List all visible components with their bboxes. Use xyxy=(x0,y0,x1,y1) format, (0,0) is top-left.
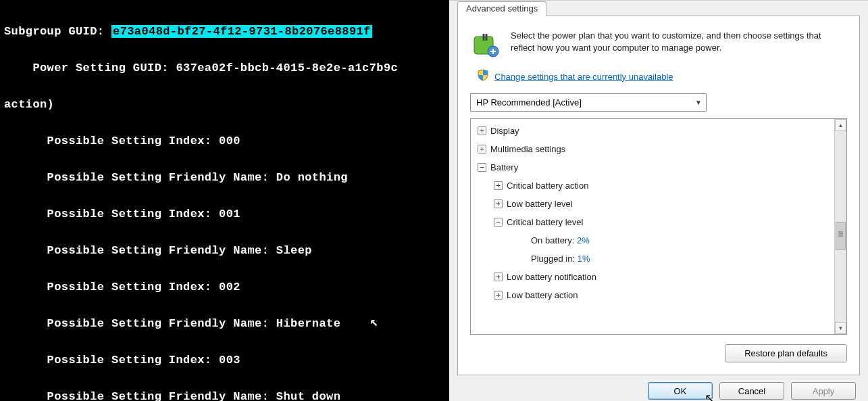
console-line: Possible Setting Friendly Name: Do nothi… xyxy=(4,172,445,184)
tree-item-plugged-in[interactable]: Plugged in: 1% xyxy=(474,250,832,268)
console-line: Possible Setting Index: 002 xyxy=(4,281,445,293)
tree-label: Critical battery action xyxy=(507,176,588,195)
expand-icon[interactable]: + xyxy=(478,126,486,135)
console-line: action) xyxy=(4,99,445,111)
expand-icon[interactable]: + xyxy=(494,291,503,300)
expand-icon[interactable]: + xyxy=(494,199,503,208)
collapse-icon[interactable]: − xyxy=(494,218,503,227)
command-prompt: Subgroup GUID: e73a048d-bf27-4f12-9731-8… xyxy=(0,0,449,401)
expand-icon[interactable]: + xyxy=(478,145,486,154)
chevron-down-icon: ▼ xyxy=(695,99,702,106)
subgroup-guid-highlight: e73a048d-bf27-4f12-9731-8b2076e8891f xyxy=(111,25,372,38)
console-line: Possible Setting Index: 000 xyxy=(4,135,445,147)
scrollbar-thumb[interactable] xyxy=(836,222,846,250)
collapse-icon[interactable]: − xyxy=(478,163,486,172)
expand-icon[interactable]: + xyxy=(494,273,503,281)
tree-label: Battery xyxy=(490,158,518,176)
plugged-in-label: Plugged in: xyxy=(531,254,578,264)
tab-body: Select the power plan that you want to c… xyxy=(457,16,860,375)
tree-item-low-level[interactable]: + Low battery level xyxy=(474,195,832,213)
tree-label: Display xyxy=(490,122,519,140)
console-line: Power Setting GUID: 637ea02f-bbcb-4015-8… xyxy=(4,62,445,74)
uac-shield-icon xyxy=(477,69,489,84)
tree-label: Multimedia settings xyxy=(490,140,565,158)
console-line: Possible Setting Index: 003 xyxy=(4,354,445,367)
scrollbar-track[interactable] xyxy=(835,131,846,322)
on-battery-value[interactable]: 2% xyxy=(577,235,590,245)
tree-item-on-battery[interactable]: On battery: 2% xyxy=(474,231,832,250)
scroll-up-button[interactable]: ▲ xyxy=(835,119,846,131)
tree-label: Low battery notification xyxy=(507,268,596,286)
tree-item-display[interactable]: + Display xyxy=(474,122,832,140)
ok-button-label: OK xyxy=(674,386,687,396)
spacer xyxy=(518,254,527,263)
power-plan-icon xyxy=(470,30,500,60)
apply-button[interactable]: Apply xyxy=(791,382,856,400)
tree-label: Low battery level xyxy=(507,195,573,213)
tree-item-low-notification[interactable]: + Low battery notification xyxy=(474,268,832,286)
spacer xyxy=(518,236,527,245)
cursor-icon: ↖ xyxy=(705,391,715,401)
console-line: Possible Setting Friendly Name: Shut dow… xyxy=(4,391,445,401)
console-line: Possible Setting Friendly Name: Hibernat… xyxy=(4,318,445,330)
restore-defaults-button[interactable]: Restore plan defaults xyxy=(725,344,847,362)
settings-tree: + Display + Multimedia settings − Batter… xyxy=(470,118,847,335)
cancel-button[interactable]: Cancel xyxy=(719,382,784,400)
tree-item-critical-action[interactable]: + Critical battery action xyxy=(474,176,832,195)
power-options-dialog: Advanced settings Select the power plan … xyxy=(449,0,868,401)
tree-item-critical-level[interactable]: − Critical battery level xyxy=(474,213,832,231)
plugged-in-value[interactable]: 1% xyxy=(578,254,590,264)
power-plan-selected: HP Recommended [Active] xyxy=(476,97,582,108)
change-unavailable-settings-link[interactable]: Change settings that are currently unava… xyxy=(494,72,673,82)
tree-label: Low battery action xyxy=(507,286,578,304)
on-battery-label: On battery: xyxy=(531,235,577,245)
console-line: Possible Setting Friendly Name: Sleep xyxy=(4,245,445,257)
console-line: Possible Setting Index: 001 xyxy=(4,208,445,220)
tree-item-battery[interactable]: − Battery xyxy=(474,158,832,176)
expand-icon[interactable]: + xyxy=(494,181,503,190)
description-text: Select the power plan that you want to c… xyxy=(511,30,847,60)
tab-advanced-settings[interactable]: Advanced settings xyxy=(457,1,546,16)
ok-button[interactable]: OK ↖ xyxy=(648,382,713,400)
scroll-down-button[interactable]: ▼ xyxy=(835,322,846,334)
subgroup-label: Subgroup GUID: xyxy=(4,25,111,38)
tree-item-low-action[interactable]: + Low battery action xyxy=(474,286,832,304)
tree-label: Critical battery level xyxy=(507,213,583,231)
tree-item-multimedia[interactable]: + Multimedia settings xyxy=(474,140,832,158)
scrollbar-vertical[interactable]: ▲ ▼ xyxy=(834,119,846,334)
power-plan-select[interactable]: HP Recommended [Active] ▼ xyxy=(470,93,707,112)
